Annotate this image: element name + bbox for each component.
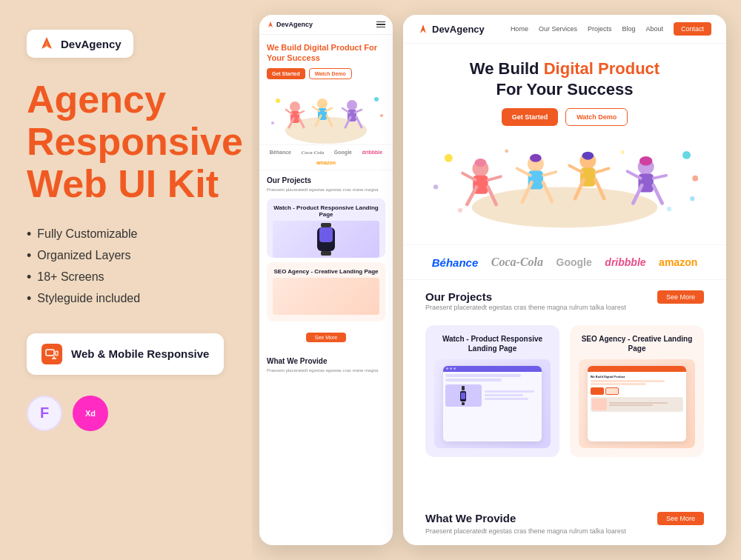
svg-line-35 [467,187,476,204]
mini-screen-header [443,366,542,372]
seo-mini-bar [591,380,665,382]
nav-link-home[interactable]: Home [511,25,528,33]
mini-dot [453,367,456,370]
svg-point-26 [276,99,280,103]
svg-marker-6 [268,21,273,27]
desktop-nav-links: Home Our Services Projects Blog About Co… [511,22,711,36]
desktop-card-2-image: We Build Digital Product [579,359,695,448]
desktop-what-we-provide: What We Provide Praesent placeratedt ege… [403,503,726,546]
svg-point-39 [475,159,487,167]
svg-point-27 [374,97,379,101]
responsive-badge: Web & Mobile Responsive [27,333,224,375]
desktop-logo: DevAgency [418,24,485,35]
mobile-mockup: DevAgency We Build Digital Product For Y… [259,15,393,545]
desktop-projects-title-area: Our Projects Praesent placeratedt egesta… [425,290,626,322]
mobile-projects: Our Projects Praesent placeratedt egesta… [259,170,393,351]
left-panel: DevAgency Agency Responsive Web UI Kit F… [0,0,252,560]
logo-badge: DevAgency [27,30,133,58]
mobile-see-more-button[interactable]: See More [306,333,346,342]
svg-point-67 [621,150,625,154]
desktop-contact-button[interactable]: Contact [674,22,711,36]
svg-point-68 [458,207,462,212]
desktop-brand-dribbble: dribbble [605,256,645,268]
desktop-project-cards: Watch - Product Responsive Landing Page [425,325,704,457]
brand-dribbble: dribbble [362,150,383,155]
nav-link-blog[interactable]: Blog [622,25,635,33]
desktop-brand-behance: Béhance [432,256,479,269]
mobile-hero-buttons: Get Started Watch Demo [267,68,385,79]
mini-dot [450,367,452,370]
brand-amazon: amazon [316,160,336,165]
desktop-project-card-2: SEO Agency - Creative Landing Page We Bu… [570,325,704,457]
nav-link-projects[interactable]: Projects [588,25,612,33]
svg-point-20 [347,100,357,110]
desktop-card-2-mini-screen: We Build Digital Product [588,366,686,441]
mobile-card-1-title: Watch - Product Responsive Landing Page [273,204,379,218]
adobexd-icon: Xd [73,396,108,431]
mobile-logo-text: DevAgency [276,21,313,28]
headline: Agency Responsive Web UI Kit [27,79,225,206]
svg-point-65 [690,196,694,200]
mobile-get-started-button[interactable]: Get Started [267,68,305,79]
svg-point-61 [445,153,453,161]
svg-line-37 [462,173,475,179]
desktop-what-subtitle: Praesent placeratedt egestas cras thene … [425,527,626,537]
mobile-watch-demo-button[interactable]: Watch Demo [309,68,352,79]
mobile-projects-title: Our Projects [267,176,385,184]
feature-item: Styleguide included [27,291,225,307]
logo-text: DevAgency [61,38,122,50]
mini-dot [446,367,448,370]
svg-point-28 [380,114,383,117]
svg-point-14 [317,99,328,109]
brand-behance: Béhance [270,150,291,155]
svg-line-58 [628,171,641,178]
mini-bar [445,374,521,377]
desktop-hero-illustration [425,133,704,237]
right-panel: DevAgency We Build Digital Product For Y… [252,0,741,560]
desktop-projects-header: Our Projects Praesent placeratedt egesta… [425,290,704,322]
desktop-brand-google: Google [556,256,592,268]
seo-mini-content: We Build Digital Product [588,372,686,415]
desktop-mockup: DevAgency Home Our Services Projects Blo… [403,15,726,545]
mini-bar [445,379,502,381]
mobile-projects-subtitle: Praesent placeratedt egestas egestas cra… [267,187,385,193]
desktop-brand-amazon: amazon [659,256,697,268]
brand-google: Google [334,150,352,155]
mobile-card-1-image [273,221,379,258]
desktop-get-started-button[interactable]: Get Started [502,108,559,126]
svg-rect-2 [46,350,54,356]
desktop-brands: Béhance Coca‑Cola Google dribbble amazon [403,244,726,280]
mobile-logo: DevAgency [267,21,313,28]
svg-line-45 [543,172,556,176]
desktop-hero-buttons: Get Started Watch Demo [425,108,704,126]
desktop-hero-title: We Build Digital Product For Your Succes… [425,59,704,99]
svg-line-44 [517,168,531,175]
feature-item: 18+ Screens [27,270,225,285]
brand-cocacola: Coca‑Cola [302,150,325,156]
desktop-watch-demo-button[interactable]: Watch Demo [565,108,628,126]
svg-line-51 [569,165,582,172]
desktop-hero: We Build Digital Product For Your Succes… [403,44,726,244]
mobile-see-more-container: See More [267,326,385,345]
mobile-card-2-image [273,278,379,315]
nav-link-services[interactable]: Our Services [539,25,577,33]
mini-screen-content [443,372,542,441]
mobile-brands: Béhance Coca‑Cola Google dribbble amazon [259,144,393,170]
tool-icons: F Xd [27,396,225,431]
svg-point-31 [472,187,658,227]
desktop-projects-see-more-button[interactable]: See More [657,290,704,304]
features-list: Fully Customizable Organized Layers 18+ … [27,227,225,313]
desktop-card-1-mini-screen [443,366,542,441]
feature-item: Fully Customizable [27,227,225,242]
hamburger-icon[interactable] [376,21,385,28]
desktop-logo-text: DevAgency [432,24,485,35]
figma-icon: F [27,396,62,431]
seo-mini-header [588,366,686,372]
svg-point-8 [290,101,300,112]
watch-band-bottom [321,251,331,256]
svg-line-59 [654,175,666,178]
desktop-card-1-image [434,359,551,448]
desktop-what-see-more-button[interactable]: See More [657,512,704,525]
nav-link-about[interactable]: About [645,25,663,33]
svg-line-52 [596,168,609,172]
